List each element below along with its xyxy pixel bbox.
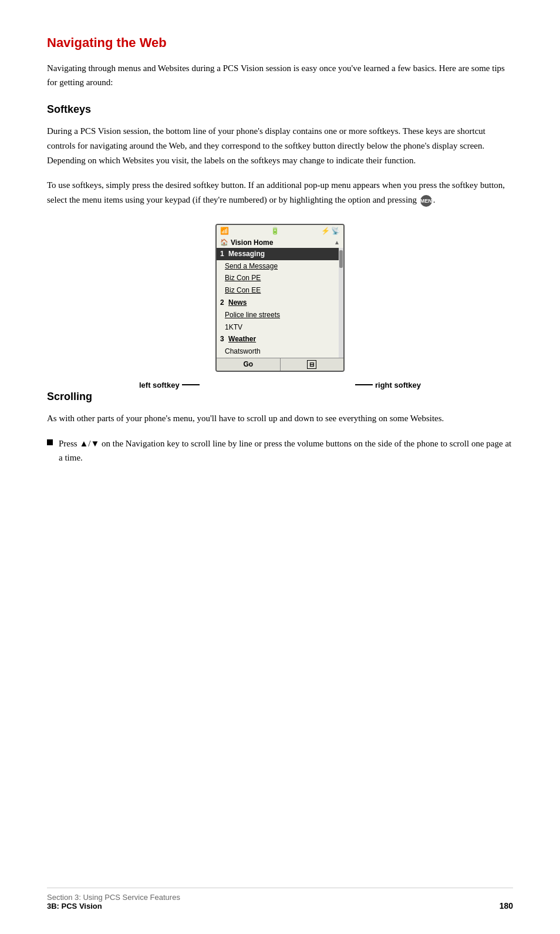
home-icon: 🏠 — [220, 238, 228, 246]
page-footer: Section 3: Using PCS Service Features 3B… — [47, 888, 513, 911]
footer-page-number: 180 — [500, 901, 513, 911]
phone-scrollbar — [339, 248, 343, 358]
softkeys-para2-text: To use softkeys, simply press the desire… — [47, 180, 505, 204]
scroll-thumb — [339, 250, 343, 268]
menu-item-biz-con-ee: Biz Con EE — [217, 284, 339, 297]
item-1-label: Messaging — [228, 250, 265, 258]
intro-paragraph: Navigating through menus and Websites du… — [47, 61, 513, 89]
send-message-text: Send a Message — [225, 262, 278, 270]
scrolling-bullet-list: Press ▲/▼ on the Navigation key to scrol… — [47, 436, 513, 466]
phone-softkey-bar: Go ⊟ — [217, 358, 343, 371]
item-3-number: 3 — [220, 335, 224, 343]
item-1-number: 1 — [220, 250, 224, 258]
vision-home-label: Vision Home — [231, 238, 273, 247]
menu-ok-icon: MENU OK — [420, 195, 432, 207]
menu-item-police-line-streets: Police line streets — [217, 309, 339, 321]
footer-chapter-label: 3B: PCS Vision — [47, 902, 180, 911]
scrolling-heading: Scrolling — [47, 391, 513, 403]
go-label: Go — [243, 360, 253, 368]
item-2-number: 2 — [220, 298, 224, 307]
left-softkey-label: left softkey — [139, 381, 180, 389]
police-line-streets-text: Police line streets — [225, 311, 280, 319]
left-arrow-line — [182, 384, 200, 385]
chatsworth-text: Chatsworth — [225, 347, 261, 355]
phone-menu-container: 1 Messaging Send a Message Biz Con PE — [217, 248, 343, 358]
menu-item-1ktv: 1KTV — [217, 321, 339, 334]
menu-item-send-message: Send a Message — [217, 260, 339, 273]
menu-item-weather: 3 Weather — [217, 333, 339, 345]
options-icon: ⊟ — [307, 360, 316, 369]
battery-icon: 🔋 — [271, 227, 279, 236]
page-title: Navigating the Web — [47, 35, 513, 51]
softkeys-para2: To use softkeys, simply press the desire… — [47, 178, 513, 207]
phone-status-bar: 📶 🔋 ⚡📡 — [217, 225, 343, 237]
right-softkey-label: right softkey — [375, 381, 421, 389]
phone-screen: 📶 🔋 ⚡📡 🏠 Vision Home ▲ — [215, 224, 345, 372]
phone-options-button[interactable]: ⊟ — [281, 358, 344, 371]
softkeys-heading: Softkeys — [47, 103, 513, 116]
biz-con-pe-text: Biz Con PE — [225, 274, 261, 282]
item-2-label: News — [228, 298, 247, 307]
item-3-label: Weather — [228, 335, 256, 343]
antenna-icon: ⚡📡 — [321, 227, 340, 236]
footer-section-label: Section 3: Using PCS Service Features — [47, 893, 180, 902]
right-arrow-line — [355, 384, 373, 385]
scrolling-section: Scrolling As with other parts of your ph… — [47, 391, 513, 465]
softkeys-para1: During a PCS Vision session, the bottom … — [47, 124, 513, 167]
phone-menu-header: 🏠 Vision Home ▲ — [217, 237, 343, 248]
phone-go-button[interactable]: Go — [217, 358, 281, 371]
menu-item-news: 2 News — [217, 297, 339, 309]
signal-icon: 📶 — [220, 227, 229, 236]
menu-item-messaging: 1 Messaging — [217, 248, 339, 260]
phone-menu-items: 1 Messaging Send a Message Biz Con PE — [217, 248, 339, 358]
menu-item-biz-con-pe: Biz Con PE — [217, 272, 339, 284]
bullet-text: Press ▲/▼ on the Navigation key to scrol… — [59, 436, 513, 466]
scrolling-paragraph: As with other parts of your phone's menu… — [47, 411, 513, 426]
biz-con-ee-text: Biz Con EE — [225, 286, 261, 294]
footer-left: Section 3: Using PCS Service Features 3B… — [47, 893, 180, 911]
scroll-up-indicator: ▲ — [334, 239, 340, 246]
1ktv-text: 1KTV — [225, 323, 242, 331]
bullet-icon — [47, 439, 53, 445]
menu-item-chatsworth: Chatsworth — [217, 345, 339, 358]
phone-diagram: left softkey right softkey 📶 🔋 ⚡📡 — [47, 224, 513, 372]
bullet-item-scroll: Press ▲/▼ on the Navigation key to scrol… — [47, 436, 513, 466]
